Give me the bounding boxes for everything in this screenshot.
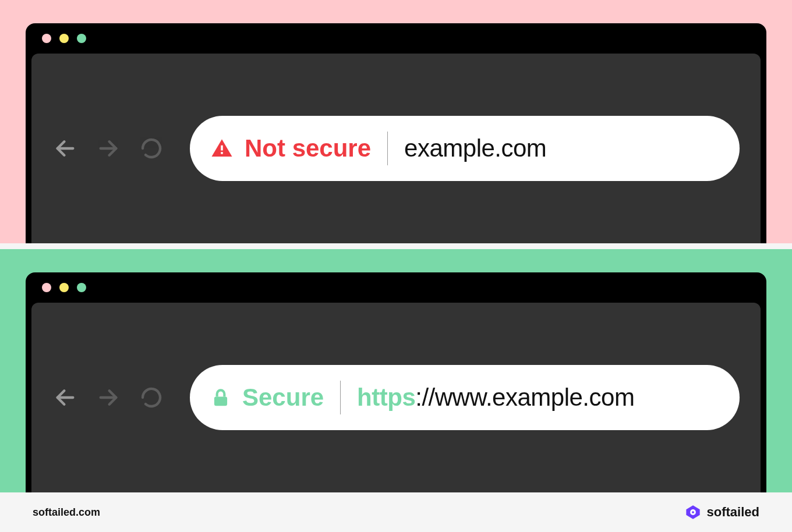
- brand-logo-icon: [685, 504, 701, 520]
- browser-window-secure: Secure https://www.example.com: [26, 272, 766, 492]
- address-bar[interactable]: Not secure example.com: [190, 116, 740, 181]
- window-close-dot[interactable]: [42, 283, 51, 292]
- security-status-label: Secure: [242, 384, 324, 412]
- url-text: example.com: [404, 134, 546, 162]
- window-minimize-dot[interactable]: [59, 283, 69, 292]
- brand: softailed: [685, 504, 759, 520]
- window-minimize-dot[interactable]: [59, 34, 69, 43]
- reload-button[interactable]: [139, 136, 164, 161]
- svg-rect-6: [214, 396, 227, 406]
- url-rest: ://www.example.com: [415, 384, 634, 411]
- footer: softailed.com softailed: [0, 492, 792, 532]
- address-divider: [340, 381, 341, 414]
- browser-toolbar: Not secure example.com: [31, 54, 761, 243]
- secure-panel: Secure https://www.example.com: [0, 249, 792, 492]
- svg-rect-2: [221, 146, 223, 151]
- window-maximize-dot[interactable]: [77, 283, 86, 292]
- address-bar[interactable]: Secure https://www.example.com: [190, 365, 740, 430]
- browser-toolbar: Secure https://www.example.com: [31, 303, 761, 492]
- lock-icon: [210, 386, 232, 409]
- window-close-dot[interactable]: [42, 34, 51, 43]
- url-text: https://www.example.com: [357, 384, 634, 412]
- window-titlebar: [26, 23, 766, 54]
- alert-triangle-icon: [210, 136, 234, 161]
- browser-window-insecure: Not secure example.com: [26, 23, 766, 243]
- svg-point-9: [692, 511, 694, 513]
- forward-button[interactable]: [96, 385, 121, 410]
- window-maximize-dot[interactable]: [77, 34, 86, 43]
- svg-rect-3: [221, 152, 223, 154]
- back-button[interactable]: [52, 385, 78, 410]
- forward-button[interactable]: [96, 136, 121, 161]
- url-scheme: https: [357, 384, 415, 411]
- address-divider: [387, 132, 388, 165]
- brand-name: softailed: [707, 505, 759, 520]
- back-button[interactable]: [52, 136, 78, 161]
- security-status-label: Not secure: [245, 134, 371, 162]
- footer-site-text: softailed.com: [33, 506, 100, 519]
- reload-button[interactable]: [139, 385, 164, 410]
- window-titlebar: [26, 272, 766, 303]
- insecure-panel: Not secure example.com: [0, 0, 792, 243]
